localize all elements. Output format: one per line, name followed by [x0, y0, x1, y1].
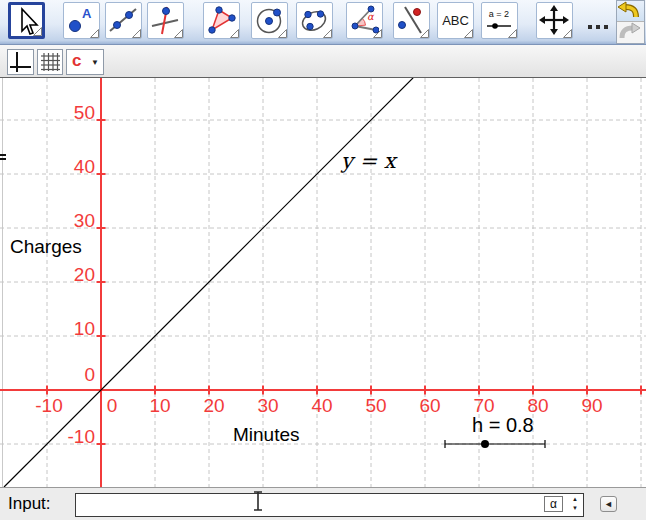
input-field[interactable]	[75, 493, 584, 517]
conic-tool-button[interactable]	[296, 2, 333, 39]
x-tick-label: 70	[473, 395, 494, 417]
y-tick-label: -10	[68, 426, 95, 448]
tool-dropdown-icon[interactable]	[420, 29, 429, 38]
circle-tool-button[interactable]	[251, 2, 288, 39]
redo-button[interactable]	[617, 22, 644, 43]
x-tick-label: 20	[203, 395, 224, 417]
tool-dropdown-icon[interactable]	[278, 29, 287, 38]
undo-button[interactable]	[617, 1, 644, 22]
tool-dropdown-icon[interactable]	[464, 29, 473, 38]
tool-dropdown-icon[interactable]	[174, 29, 183, 38]
x-axis-title: Minutes	[233, 424, 300, 446]
x-tick-label: 80	[527, 395, 548, 417]
undo-redo-panel	[616, 0, 645, 44]
redo-icon	[617, 22, 641, 41]
x-tick-label: 30	[257, 395, 278, 417]
grid-icon	[38, 50, 62, 74]
x-tick-label: 90	[581, 395, 602, 417]
y-tick-label: 30	[74, 210, 95, 232]
line-tool-button[interactable]	[105, 2, 142, 39]
tool-dropdown-icon[interactable]	[508, 29, 517, 38]
tool-dropdown-icon[interactable]	[90, 29, 99, 38]
left-triangle-icon: ◄	[604, 499, 613, 509]
angle-tool-button[interactable]: α	[346, 2, 383, 39]
tool-dropdown-icon[interactable]	[132, 29, 141, 38]
tool-dropdown-icon[interactable]	[33, 27, 42, 36]
toolbar: A	[0, 0, 646, 45]
spinner-up-icon[interactable]: ▲	[569, 495, 581, 504]
x-tick-label: 10	[149, 395, 170, 417]
svg-text:A: A	[82, 6, 92, 21]
y-tick-label: 40	[74, 156, 95, 178]
show-grid-button[interactable]	[37, 49, 63, 75]
slider-tool-label: a = 2	[489, 9, 509, 19]
tool-dropdown-icon[interactable]	[563, 29, 572, 38]
pane-splitter-handle[interactable]	[0, 154, 6, 162]
show-axes-button[interactable]	[7, 49, 34, 75]
tool-dropdown-icon[interactable]	[230, 29, 239, 38]
slider-value-label[interactable]: h = 0.8	[472, 414, 534, 437]
reflect-tool-button[interactable]	[393, 2, 430, 39]
tool-dropdown-icon[interactable]	[323, 29, 332, 38]
text-tool-button[interactable]: ABC	[437, 2, 474, 39]
stylebar: c ▼	[0, 45, 646, 78]
toolbar-overflow-icon[interactable]	[588, 25, 608, 29]
line-equation-label[interactable]: y = x	[341, 149, 396, 173]
tool-dropdown-icon[interactable]	[373, 29, 382, 38]
magnet-icon: c	[72, 51, 81, 71]
input-history-spinner[interactable]: ▲ ▼	[569, 495, 581, 513]
text-tool-label: ABC	[438, 13, 473, 28]
y-axis-title: Charges	[10, 236, 82, 258]
ibeam-cursor-icon	[252, 490, 264, 512]
geogebra-window: A	[0, 0, 646, 520]
slider-tool-button[interactable]: a = 2	[481, 2, 518, 39]
move-tool-button[interactable]	[8, 2, 45, 39]
undo-icon	[617, 1, 641, 20]
y-tick-label: 0	[84, 364, 95, 386]
plot-canvas[interactable]	[0, 78, 646, 487]
spinner-down-icon[interactable]: ▼	[569, 504, 581, 513]
polygon-tool-button[interactable]	[203, 2, 240, 39]
input-help-toggle-button[interactable]: ◄	[600, 496, 617, 512]
x-tick-label: 40	[311, 395, 332, 417]
input-bar: Input: α ▲ ▼ ◄	[0, 487, 646, 520]
perpendicular-line-tool-button[interactable]	[147, 2, 184, 39]
greek-symbols-button[interactable]: α	[544, 496, 563, 512]
x-tick-label: 60	[419, 395, 440, 417]
svg-text:α: α	[367, 11, 375, 22]
point-tool-button[interactable]: A	[63, 2, 100, 39]
x-tick-label: -10	[35, 395, 62, 417]
move-graphics-view-tool-button[interactable]	[536, 2, 573, 39]
y-tick-label: 20	[74, 264, 95, 286]
input-label: Input:	[8, 494, 51, 514]
graphics-view[interactable]: Charges Minutes y = x h = 0.8 -100102030…	[0, 78, 646, 487]
axes-icon	[8, 50, 33, 74]
x-tick-label: 0	[107, 395, 118, 417]
y-tick-label: 50	[74, 102, 95, 124]
y-tick-label: 10	[74, 318, 95, 340]
chevron-down-icon: ▼	[91, 58, 99, 67]
point-capturing-button[interactable]: c ▼	[66, 49, 104, 75]
x-tick-label: 50	[365, 395, 386, 417]
